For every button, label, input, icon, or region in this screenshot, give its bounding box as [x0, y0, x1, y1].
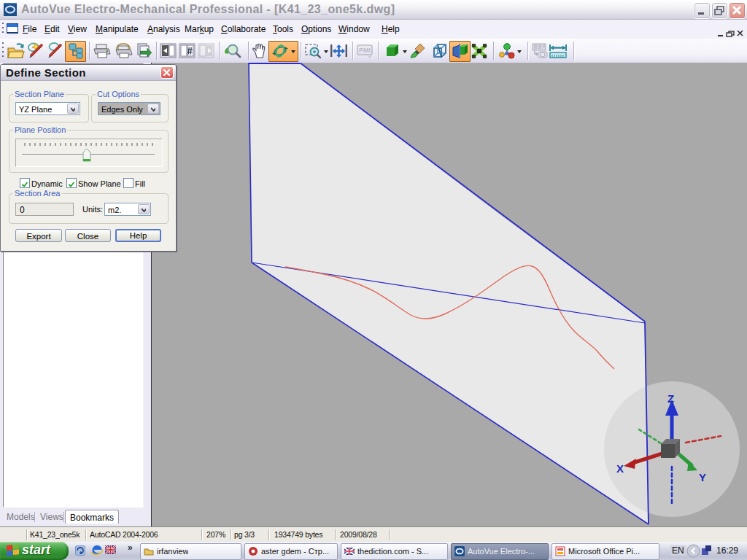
- svg-text:Y: Y: [699, 471, 706, 483]
- svg-text:X: X: [616, 462, 624, 475]
- svg-text:Z: Z: [667, 392, 674, 405]
- svg-text:PMI: PMI: [359, 47, 371, 54]
